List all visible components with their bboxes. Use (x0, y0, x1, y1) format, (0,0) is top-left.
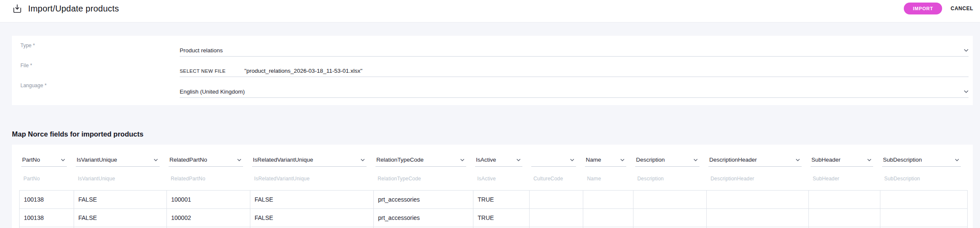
chevron-down-icon (61, 159, 65, 161)
table-cell (583, 191, 633, 208)
mapping-select-value: PartNo (22, 157, 40, 163)
mapping-select-value: IsVariantUnique (77, 157, 117, 163)
mapping-field-select[interactable] (531, 153, 576, 167)
chevron-down-icon (620, 159, 625, 161)
mapping-section-title: Map Norce fields for imported products (12, 130, 143, 138)
column-header: IsActive (473, 171, 529, 186)
table-cell (530, 191, 583, 208)
column-header: RelationTypeCode (373, 171, 473, 186)
mapping-field-select[interactable]: Name (585, 153, 626, 167)
mapping-select-value: SubHeader (811, 157, 840, 163)
mapping-select-value: IsRelatedVariantUnique (253, 157, 313, 163)
column-header: RelatedPartNo (166, 171, 250, 186)
mapping-field-select[interactable]: IsVariantUnique (76, 153, 160, 167)
mapping-select-value: IsActive (476, 157, 496, 163)
table-row: 100138 FALSE 100002 FALSE prt_accessorie… (20, 209, 967, 227)
table-cell (809, 209, 880, 227)
table-cell (633, 209, 707, 227)
table-cell: 100138 (20, 191, 74, 208)
chevron-down-icon (955, 159, 959, 161)
mapping-table-card: PartNo IsVariantUnique RelatedPartNo IsR… (12, 145, 973, 228)
chevron-down-icon (237, 159, 241, 161)
type-select-value: Product relations (180, 47, 223, 54)
mapping-field-select[interactable]: DescriptionHeader (708, 153, 802, 167)
column-header: SubDescription (880, 171, 968, 186)
chevron-down-icon (796, 159, 800, 161)
chevron-down-icon (693, 159, 698, 161)
column-header: SubHeader (808, 171, 880, 186)
table-cell (583, 209, 633, 227)
table-cell: TRUE (473, 209, 530, 227)
topbar-actions: IMPORT CANCEL (904, 3, 975, 14)
mapping-field-select[interactable]: RelationTypeCode (375, 153, 466, 167)
import-form-card: Type * Product relations File * SELECT N… (12, 36, 973, 105)
column-header: CultureCode (529, 171, 583, 186)
column-header: Name (583, 171, 633, 186)
chevron-down-icon (516, 159, 521, 161)
type-field-label: Type * (20, 43, 35, 48)
chevron-down-icon (154, 159, 158, 161)
chevron-down-icon (964, 49, 969, 52)
mapping-field-select[interactable]: IsActive (475, 153, 522, 167)
mapping-field-select[interactable]: IsRelatedVariantUnique (252, 153, 367, 167)
type-select[interactable]: Product relations (180, 45, 969, 57)
chevron-down-icon (460, 159, 464, 161)
mapping-field-select[interactable]: RelatedPartNo (169, 153, 243, 167)
selected-filename: "product_relations_2026-03-18_11-53-01.x… (244, 68, 362, 74)
mapping-select-value: SubDescription (883, 157, 922, 163)
mapping-field-select[interactable]: Description (635, 153, 699, 167)
mapping-field-select[interactable]: PartNo (21, 153, 67, 167)
file-field-label: File * (20, 63, 32, 68)
mapping-preview-table: 100138 FALSE 100001 FALSE prt_accessorie… (19, 190, 968, 228)
chevron-down-icon (361, 159, 365, 161)
column-header: Description (633, 171, 706, 186)
table-header-row: PartNo IsVariantUnique RelatedPartNo IsR… (19, 171, 968, 186)
column-header: DescriptionHeader (706, 171, 808, 186)
cancel-button[interactable]: CANCEL (949, 3, 975, 14)
mapping-select-value: Description (636, 157, 665, 163)
table-cell (880, 191, 967, 208)
mapping-select-value: DescriptionHeader (709, 157, 757, 163)
title-group: Import/Update products (12, 3, 119, 14)
language-select[interactable]: English (United Kingdom) (180, 86, 969, 98)
table-cell (809, 191, 880, 208)
mapping-select-value: RelatedPartNo (169, 157, 207, 163)
language-select-value: English (United Kingdom) (180, 88, 245, 95)
table-cell: 100001 (167, 191, 250, 208)
mapping-field-select[interactable]: SubDescription (882, 153, 961, 167)
table-cell (707, 209, 809, 227)
table-cell (880, 209, 967, 227)
mapping-select-value: Name (586, 157, 601, 163)
select-new-file-button[interactable]: SELECT NEW FILE (180, 68, 226, 74)
mapping-field-select[interactable]: SubHeader (811, 153, 873, 167)
table-cell: FALSE (250, 191, 374, 208)
table-cell (707, 191, 809, 208)
topbar: Import/Update products IMPORT CANCEL (0, 0, 980, 23)
import-button[interactable]: IMPORT (904, 3, 942, 14)
mapping-select-value: RelationTypeCode (376, 157, 424, 163)
table-cell: FALSE (74, 209, 167, 227)
language-field-label: Language * (20, 83, 46, 88)
column-header: IsVariantUnique (74, 171, 166, 186)
chevron-down-icon (964, 90, 969, 93)
table-cell: FALSE (250, 209, 374, 227)
table-cell: FALSE (74, 191, 167, 208)
table-cell: TRUE (473, 191, 530, 208)
table-cell: prt_accessories (374, 191, 473, 208)
table-cell: prt_accessories (374, 209, 473, 227)
table-cell (530, 209, 583, 227)
table-cell: 100138 (20, 209, 74, 227)
mapping-selects-row: PartNo IsVariantUnique RelatedPartNo IsR… (19, 145, 968, 167)
table-cell: 100002 (167, 209, 250, 227)
file-field: SELECT NEW FILE "product_relations_2026-… (180, 65, 969, 77)
import-download-icon (12, 3, 23, 14)
chevron-down-icon (867, 159, 871, 161)
page-title: Import/Update products (28, 4, 119, 14)
table-cell (633, 191, 707, 208)
column-header: IsRelatedVariantUnique (250, 171, 373, 186)
table-row: 100138 FALSE 100001 FALSE prt_accessorie… (20, 191, 967, 209)
chevron-down-icon (570, 159, 574, 161)
column-header: PartNo (19, 171, 74, 186)
